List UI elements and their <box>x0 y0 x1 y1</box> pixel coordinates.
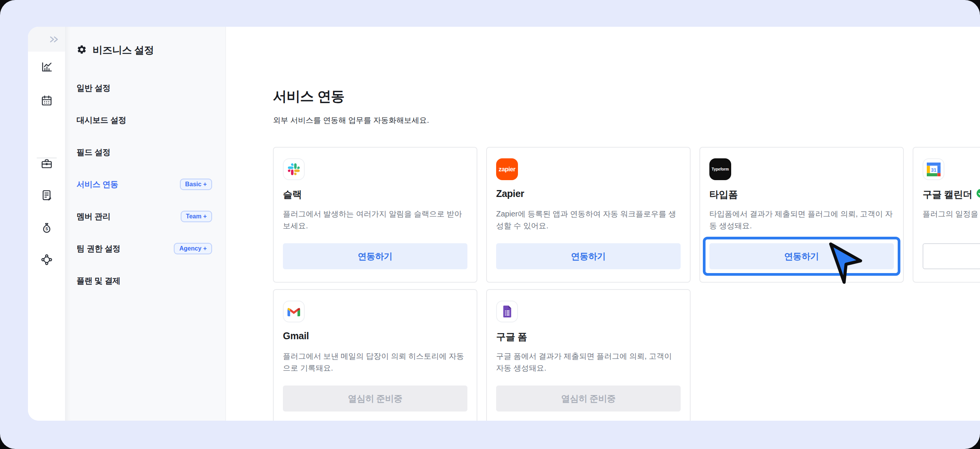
rail-item-requests[interactable] <box>40 189 53 202</box>
card-description: 플러그에서 발생하는 여러가지 알림을 슬랙으로 받아보세요. <box>283 208 467 232</box>
card-description: 구글 폼에서 결과가 제출되면 플러그에 의뢰, 고객이 자동 생성돼요. <box>496 350 681 374</box>
rail-item-payments[interactable]: S <box>40 221 53 234</box>
menu-item-member-management[interactable]: 멤버 관리 Team + <box>65 200 225 233</box>
card-description: Zapier에 등록된 앱과 연동하여 자동 워크플로우를 생성할 수 있어요. <box>496 208 681 232</box>
settings-menu: 일반 설정 대시보드 설정 필드 설정 서비스 연동 Basic + 멤버 관리… <box>65 72 225 297</box>
settings-button-google-calendar[interactable]: 설정 <box>923 243 980 269</box>
node-network-icon <box>41 254 53 266</box>
connect-button-zapier[interactable]: 연동하기 <box>496 243 681 269</box>
icon-rail: S <box>28 27 65 421</box>
menu-item-service-integrations[interactable]: 서비스 연동 Basic + <box>65 168 225 200</box>
briefcase-icon <box>41 157 53 169</box>
connect-button-typeform[interactable]: 연동하기 <box>709 243 894 269</box>
rail-item-analytics[interactable] <box>40 60 53 73</box>
google-calendar-icon: 31 <box>923 158 944 180</box>
double-chevron-right-icon <box>48 34 60 45</box>
request-document-icon <box>41 189 53 201</box>
svg-text:31: 31 <box>931 167 936 172</box>
settings-panel-title: 비즈니스 설정 <box>93 44 154 57</box>
integration-card-grid: 슬랙 플러그에서 발생하는 여러가지 알림을 슬랙으로 받아보세요. 연동하기 … <box>273 147 980 421</box>
menu-item-team-permissions[interactable]: 팀 권한 설정 Agency + <box>65 233 225 265</box>
integration-card-google-calendar: 31 구글 캘린더 플러그의 일정을 구글 캘린더 설정 <box>913 147 980 283</box>
settings-panel-header: 비즈니스 설정 <box>77 44 154 57</box>
card-title: 구글 폼 <box>496 330 681 343</box>
app-window: S 비즈니스 설 <box>28 27 980 421</box>
plan-badge-team: Team + <box>181 211 212 222</box>
card-description: 플러그의 일정을 구글 캘린더 <box>923 208 980 220</box>
page-background: S 비즈니스 설 <box>0 0 980 449</box>
settings-panel: 비즈니스 설정 일반 설정 대시보드 설정 필드 설정 서비스 연동 Basic… <box>65 27 226 421</box>
coming-soon-button-google-form: 열심히 준비중 <box>496 386 681 412</box>
rail-item-workspace[interactable] <box>40 157 53 170</box>
coming-soon-button-gmail: 열심히 준비중 <box>283 386 467 412</box>
card-title: 슬랙 <box>283 188 467 201</box>
zapier-logo-icon: zapier <box>496 158 518 180</box>
main-content: 서비스 연동 외부 서비스를 연동해 업무를 자동화해보세요. 슬랙 플러그에 <box>226 27 980 421</box>
menu-item-label: 대시보드 설정 <box>77 115 126 125</box>
menu-item-dashboard-settings[interactable]: 대시보드 설정 <box>65 104 225 136</box>
page-title: 서비스 연동 <box>273 87 980 106</box>
menu-item-plan-billing[interactable]: 플랜 및 결제 <box>65 265 225 297</box>
card-title: Zapier <box>496 188 681 199</box>
card-title: Gmail <box>283 330 467 342</box>
svg-text:S: S <box>45 227 48 231</box>
menu-item-field-settings[interactable]: 필드 설정 <box>65 136 225 168</box>
card-title: 타입폼 <box>709 188 894 201</box>
menu-item-label: 팀 권한 설정 <box>77 243 121 254</box>
integration-card-google-form: 구글 폼 구글 폼에서 결과가 제출되면 플러그에 의뢰, 고객이 자동 생성돼… <box>486 289 691 421</box>
card-title: 구글 캘린더 <box>923 188 980 201</box>
menu-item-label: 필드 설정 <box>77 147 110 158</box>
typeform-logo-icon: Typeform <box>709 158 731 180</box>
google-forms-icon <box>496 301 518 322</box>
plan-badge-basic: Basic + <box>180 179 212 190</box>
card-description: 플러그에서 보낸 메일의 답장이 의뢰 히스토리에 자동으로 기록돼요. <box>283 350 467 374</box>
rail-item-calendar[interactable] <box>40 94 53 107</box>
menu-item-label: 멤버 관리 <box>77 211 110 222</box>
integration-card-zapier: zapier Zapier Zapier에 등록된 앱과 연동하여 자동 워크플… <box>486 147 691 283</box>
card-description: 타입폼에서 결과가 제출되면 플러그에 의뢰, 고객이 자동 생성돼요. <box>709 208 894 232</box>
menu-item-label: 서비스 연동 <box>77 179 118 190</box>
money-bag-icon: S <box>41 221 53 234</box>
sidebar-collapse-button[interactable] <box>28 27 65 52</box>
gmail-logo-icon <box>283 301 305 322</box>
plan-badge-agency: Agency + <box>174 243 212 254</box>
calendar-icon <box>41 94 53 107</box>
connected-check-icon <box>976 189 980 200</box>
analytics-icon <box>41 61 53 73</box>
gear-icon <box>77 44 87 56</box>
menu-item-label: 플랜 및 결제 <box>77 275 121 286</box>
integration-card-slack: 슬랙 플러그에서 발생하는 여러가지 알림을 슬랙으로 받아보세요. 연동하기 <box>273 147 477 283</box>
rail-item-integrations[interactable] <box>40 253 53 266</box>
menu-item-label: 일반 설정 <box>77 83 110 93</box>
slack-logo-icon <box>283 158 305 180</box>
page-subtitle: 외부 서비스를 연동해 업무를 자동화해보세요. <box>273 115 980 125</box>
integration-card-gmail: Gmail 플러그에서 보낸 메일의 답장이 의뢰 히스토리에 자동으로 기록돼… <box>273 289 477 421</box>
menu-item-general-settings[interactable]: 일반 설정 <box>65 72 225 104</box>
connect-button-slack[interactable]: 연동하기 <box>283 243 467 269</box>
integration-card-typeform: Typeform 타입폼 타입폼에서 결과가 제출되면 플러그에 의뢰, 고객이… <box>699 147 904 283</box>
